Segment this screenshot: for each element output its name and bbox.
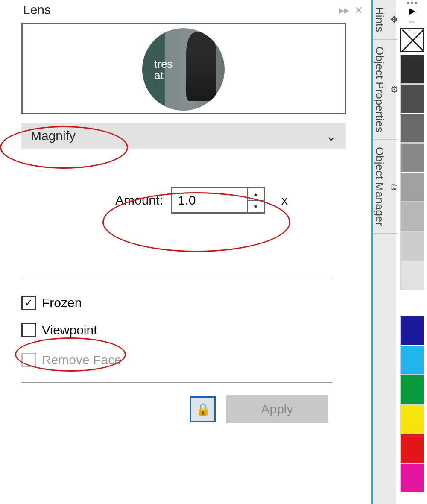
viewpoint-checkbox[interactable] (21, 323, 36, 337)
swatch-yellow[interactable] (400, 404, 424, 434)
swatch-cyan[interactable] (400, 346, 424, 375)
preview-text-line2: at (154, 70, 173, 81)
swatch-gray6[interactable] (400, 202, 424, 231)
amount-spinner-down[interactable]: ▼ (248, 201, 264, 212)
lock-button[interactable]: 🔒 (190, 396, 216, 422)
preview-figure (186, 32, 216, 101)
amount-spinner-up[interactable]: ▲ (248, 188, 264, 201)
swatch-gray8[interactable] (400, 261, 424, 290)
tab-object-properties[interactable]: ⚙ Object Properties (373, 40, 399, 140)
swatch-green[interactable] (400, 375, 424, 404)
amount-label: Amount: (115, 193, 163, 208)
docker-tabs: ✥ Hints ⚙ Object Properties 🗂 Object Man… (371, 0, 396, 504)
removeface-label: Remove Face (42, 353, 122, 367)
tab-object-properties-label: Object Properties (373, 47, 386, 132)
tab-object-manager-label: Object Manager (373, 147, 386, 226)
separator-1 (21, 278, 332, 278)
frozen-checkbox[interactable]: ✓ (21, 296, 36, 310)
preview-circle: tres at (142, 28, 225, 111)
checkmark-icon: ✓ (24, 297, 33, 309)
amount-spinner: ▲ ▼ (247, 188, 264, 212)
bottom-row: 🔒 Apply (190, 395, 367, 423)
preview-text: tres at (142, 59, 173, 81)
separator-2 (21, 382, 332, 383)
right-tool-strip: ▶ ✎ ⌃⌄ (397, 0, 427, 504)
swatch-gray3[interactable] (400, 114, 424, 143)
flyout-arrow-icon[interactable]: ▶ (409, 6, 415, 16)
lens-type-selected: Magnify (31, 129, 76, 143)
preview-text-line1: tres (154, 59, 173, 70)
amount-input-group: ▲ ▼ (171, 187, 265, 214)
panel-header-icons: ▸▸ ✕ (339, 4, 363, 16)
chevron-down-icon: ⌄ (326, 129, 336, 144)
swatch-gray1[interactable] (400, 55, 424, 84)
lens-preview: tres at (21, 23, 346, 114)
amount-suffix: x (281, 193, 288, 208)
removeface-checkbox (21, 353, 36, 367)
amount-input[interactable] (172, 188, 247, 212)
lock-icon: 🔒 (196, 402, 211, 416)
amount-row: Amount: ▲ ▼ x (115, 187, 367, 214)
frozen-label: Frozen (42, 296, 82, 310)
tab-hints-label: Hints (373, 7, 386, 32)
swatch-gray5[interactable] (400, 173, 424, 202)
tab-object-manager[interactable]: 🗂 Object Manager (373, 140, 400, 234)
viewpoint-label: Viewpoint (42, 323, 97, 337)
eyedropper-icon[interactable]: ✎ (407, 17, 418, 28)
viewpoint-row: Viewpoint (21, 323, 367, 337)
tab-hints[interactable]: ✥ Hints (373, 0, 398, 40)
tool-top: ▶ ✎ ⌃⌄ (397, 0, 427, 26)
swatch-gray2[interactable] (400, 84, 424, 113)
close-icon[interactable]: ✕ (354, 4, 363, 16)
lens-type-dropdown[interactable]: Magnify ⌄ (21, 123, 346, 149)
swatch-gray4[interactable] (400, 143, 424, 172)
frozen-row: ✓ Frozen (21, 296, 367, 310)
noswatch-icon[interactable] (400, 28, 424, 52)
apply-button[interactable]: Apply (226, 395, 328, 423)
swatch-red[interactable] (400, 434, 424, 463)
swatch-navy[interactable] (400, 316, 424, 345)
swatch-gray7[interactable] (400, 231, 424, 261)
removeface-row: Remove Face (21, 353, 367, 367)
swatch-pink[interactable] (400, 463, 424, 492)
grip-dots (407, 2, 417, 4)
collapse-icon[interactable]: ▸▸ (339, 4, 349, 16)
lens-panel: ▸▸ ✕ Lens tres at Magnify ⌄ Amount: ▲ ▼ … (21, 0, 367, 504)
panel-title: Lens (21, 0, 367, 21)
